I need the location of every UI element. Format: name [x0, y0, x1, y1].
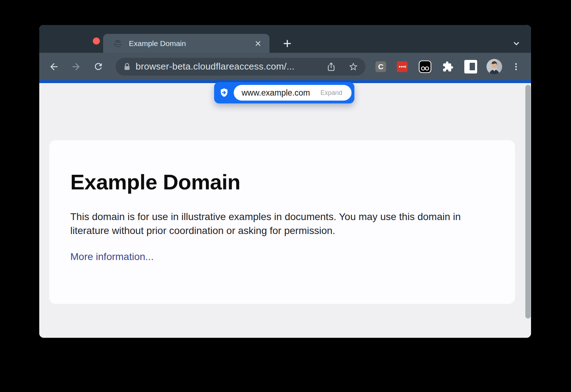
- extensions-puzzle-icon[interactable]: [442, 61, 454, 72]
- close-window-button[interactable]: [93, 37, 100, 45]
- page-heading: Example Domain: [70, 171, 494, 193]
- tab-title: Example Domain: [129, 39, 254, 48]
- toolbar: browser-beta.cloudflareaccess.com/... C: [39, 53, 531, 80]
- content-card: Example Domain This domain is for use in…: [49, 140, 515, 304]
- forward-arrow-icon: [71, 61, 81, 72]
- lock-icon[interactable]: [123, 62, 131, 71]
- lastpass-extension-icon[interactable]: [397, 61, 408, 72]
- tab-strip: Example Domain: [39, 25, 531, 53]
- more-information-link[interactable]: More information...: [70, 251, 153, 263]
- c-extension-icon[interactable]: C: [375, 61, 386, 72]
- share-icon[interactable]: [326, 62, 336, 72]
- page-paragraph: This domain is for use in illustrative e…: [70, 210, 481, 238]
- browser-window: Example Domain: [39, 25, 531, 338]
- overflow-menu-icon: [511, 62, 521, 71]
- reload-icon: [93, 61, 103, 72]
- forward-button[interactable]: [71, 61, 81, 72]
- isolation-site-text: www.example.com: [242, 88, 310, 98]
- c-extension-label: C: [378, 62, 383, 71]
- tab-strip-chevron-icon: [512, 39, 521, 48]
- side-panel-frame-icon[interactable]: [464, 60, 477, 73]
- side-panel-frame-hole: [470, 63, 475, 70]
- scrollbar-thumb[interactable]: [525, 85, 531, 319]
- isolation-url-pill[interactable]: www.example.com Expand: [214, 82, 354, 103]
- back-arrow-icon: [49, 61, 59, 72]
- expand-button[interactable]: Expand: [320, 89, 342, 97]
- url-text[interactable]: browser-beta.cloudflareaccess.com/...: [136, 61, 294, 72]
- back-button[interactable]: [49, 61, 59, 72]
- page-viewport: www.example.com Expand Example Domain Th…: [39, 83, 531, 338]
- overflow-menu-button[interactable]: [511, 62, 521, 72]
- isolation-site-field[interactable]: www.example.com Expand: [234, 85, 352, 101]
- tab-list-button[interactable]: [511, 38, 522, 49]
- isolation-shield-icon: [219, 88, 229, 98]
- bookmark-star-icon[interactable]: [348, 62, 358, 72]
- reload-button[interactable]: [93, 61, 103, 72]
- tab-example-domain[interactable]: Example Domain: [103, 34, 269, 53]
- profile-avatar[interactable]: [486, 59, 502, 75]
- tab-close-icon[interactable]: [254, 39, 262, 48]
- new-tab-plus-icon: [282, 39, 292, 49]
- address-bar[interactable]: browser-beta.cloudflareaccess.com/...: [116, 58, 365, 76]
- two-circles-extension-icon[interactable]: [419, 60, 431, 73]
- globe-favicon-icon: [113, 39, 122, 48]
- new-tab-button[interactable]: [282, 38, 293, 49]
